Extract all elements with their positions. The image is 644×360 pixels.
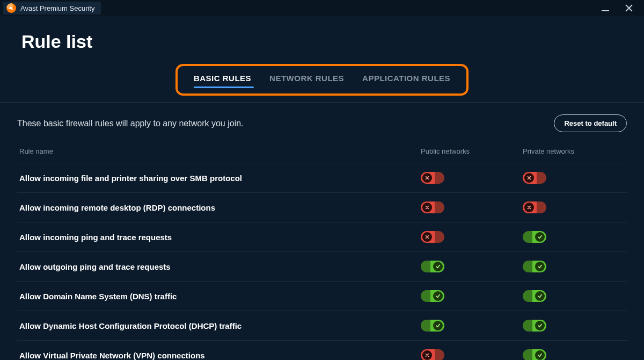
rule-name: Allow incoming file and printer sharing … — [19, 174, 421, 183]
toggle-on[interactable] — [523, 320, 546, 332]
tab-basic-rules[interactable]: BASIC RULES — [194, 74, 251, 85]
private-toggle-cell — [523, 261, 625, 272]
rule-name: Allow incoming ping and trace requests — [19, 233, 421, 242]
rule-name: Allow incoming remote desktop (RDP) conn… — [19, 203, 421, 212]
toggle-on[interactable] — [523, 349, 546, 360]
tab-network-rules[interactable]: NETWORK RULES — [269, 74, 344, 85]
toggle-off[interactable] — [523, 201, 546, 213]
public-toggle-cell — [421, 261, 523, 272]
rule-name: Allow Virtual Private Network (VPN) conn… — [19, 351, 421, 360]
titlebar: Avast Premium Security — [0, 0, 644, 16]
public-toggle-cell — [421, 320, 523, 332]
subheader: These basic firewall rules will apply to… — [0, 103, 644, 143]
description-text: These basic firewall rules will apply to… — [17, 119, 244, 128]
toggle-off[interactable] — [421, 349, 444, 360]
public-toggle-cell — [421, 231, 523, 243]
rule-name: Allow Domain Name System (DNS) traffic — [19, 292, 421, 301]
check-icon — [535, 232, 545, 242]
titlebar-app: Avast Premium Security — [3, 2, 101, 15]
tabs-highlight-box: BASIC RULES NETWORK RULES APPLICATION RU… — [175, 64, 469, 96]
private-toggle-cell — [523, 201, 625, 213]
app-name: Avast Premium Security — [20, 4, 94, 12]
x-icon — [524, 203, 534, 212]
rule-name: Allow Dynamic Host Configuration Protoco… — [19, 321, 421, 330]
column-private-networks: Private networks — [523, 147, 625, 155]
toggle-off[interactable] — [421, 201, 444, 213]
toggle-off[interactable] — [523, 172, 546, 184]
private-toggle-cell — [523, 320, 625, 332]
table-row: Allow outgoing ping and trace requests — [17, 251, 627, 281]
minimize-button[interactable] — [601, 4, 610, 12]
private-toggle-cell — [523, 231, 625, 243]
active-tab-underline — [194, 87, 254, 88]
table-header: Rule name Public networks Private networ… — [17, 143, 627, 163]
window-controls — [601, 4, 641, 12]
toggle-on[interactable] — [421, 261, 444, 272]
x-icon — [422, 203, 432, 212]
toggle-on[interactable] — [523, 231, 546, 243]
check-icon — [433, 262, 443, 271]
page-title: Rule list — [0, 16, 644, 64]
toggle-on[interactable] — [421, 320, 444, 332]
tabs-container: BASIC RULES NETWORK RULES APPLICATION RU… — [0, 64, 644, 102]
column-rule-name: Rule name — [19, 147, 421, 155]
check-icon — [433, 321, 443, 330]
check-icon — [535, 291, 545, 301]
table-row: Allow incoming file and printer sharing … — [17, 163, 627, 192]
column-public-networks: Public networks — [421, 147, 523, 155]
rules-table: Rule name Public networks Private networ… — [0, 143, 644, 360]
private-toggle-cell — [523, 290, 625, 302]
x-icon — [524, 173, 534, 183]
private-toggle-cell — [523, 172, 625, 184]
public-toggle-cell — [421, 290, 523, 302]
x-icon — [422, 350, 432, 360]
toggle-on[interactable] — [523, 290, 546, 302]
table-row: Allow Virtual Private Network (VPN) conn… — [17, 340, 627, 360]
svg-rect-0 — [602, 10, 609, 11]
public-toggle-cell — [421, 172, 523, 184]
check-icon — [535, 262, 545, 271]
toggle-on[interactable] — [421, 290, 444, 302]
check-icon — [433, 291, 443, 301]
table-row: Allow incoming ping and trace requests — [17, 222, 627, 251]
reset-to-default-button[interactable]: Reset to default — [554, 114, 627, 132]
check-icon — [535, 321, 545, 330]
check-icon — [535, 350, 545, 360]
x-icon — [422, 173, 432, 183]
table-row: Allow incoming remote desktop (RDP) conn… — [17, 192, 627, 222]
public-toggle-cell — [421, 201, 523, 213]
table-row: Allow Domain Name System (DNS) traffic — [17, 281, 627, 311]
rule-name: Allow outgoing ping and trace requests — [19, 262, 421, 271]
table-row: Allow Dynamic Host Configuration Protoco… — [17, 311, 627, 340]
toggle-off[interactable] — [421, 231, 444, 243]
avast-logo-icon — [6, 3, 16, 13]
public-toggle-cell — [421, 349, 523, 360]
x-icon — [422, 232, 432, 242]
toggle-on[interactable] — [523, 261, 546, 272]
toggle-off[interactable] — [421, 172, 444, 184]
close-button[interactable] — [625, 4, 633, 12]
tab-application-rules[interactable]: APPLICATION RULES — [362, 74, 450, 85]
private-toggle-cell — [523, 349, 625, 360]
